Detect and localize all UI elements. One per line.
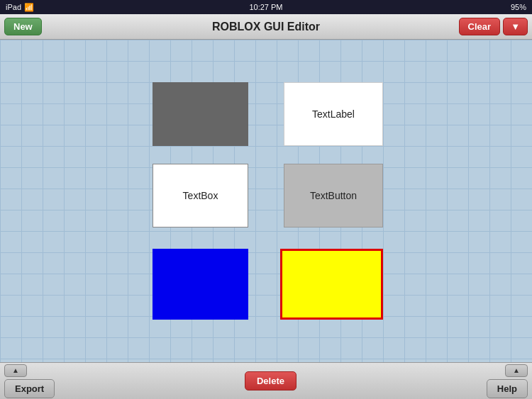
gray-frame[interactable] — [153, 82, 248, 146]
clear-button[interactable]: Clear — [459, 18, 501, 35]
status-left: iPad 📶 — [6, 3, 34, 12]
text-button-element[interactable]: TextButton — [284, 164, 383, 227]
battery-label: 95% — [511, 3, 526, 11]
help-button[interactable]: Help — [487, 379, 528, 398]
top-toolbar: New ROBLOX GUI Editor Clear ▼ — [0, 14, 532, 40]
wifi-icon: 📶 — [24, 3, 34, 12]
export-button[interactable]: Export — [4, 379, 55, 398]
canvas-area: TextLabel TextBox TextButton — [0, 40, 532, 362]
status-right: 95% — [511, 3, 526, 11]
text-button-text: TextButton — [310, 190, 357, 201]
text-box-text: TextBox — [183, 190, 218, 201]
text-box-element[interactable]: TextBox — [153, 164, 248, 227]
bottom-toolbar: ▲ Export Delete ▲ Help — [0, 362, 532, 399]
ipad-label: iPad — [6, 3, 21, 11]
delete-button[interactable]: Delete — [245, 371, 297, 390]
yellow-frame-element[interactable] — [280, 249, 383, 320]
toolbar-right-group: Clear ▼ — [459, 18, 528, 35]
bottom-left-group: ▲ Export — [4, 364, 55, 398]
scroll-up-left-button[interactable]: ▲ — [4, 364, 27, 377]
status-time: 10:27 PM — [249, 3, 282, 11]
status-bar: iPad 📶 10:27 PM 95% — [0, 0, 532, 14]
text-label-text: TextLabel — [312, 108, 355, 120]
app-title: ROBLOX GUI Editor — [212, 21, 320, 33]
scroll-up-right-button[interactable]: ▲ — [505, 364, 528, 377]
new-button[interactable]: New — [4, 18, 42, 35]
blue-frame-element[interactable] — [153, 249, 248, 320]
dropdown-button[interactable]: ▼ — [503, 18, 528, 35]
text-label-element[interactable]: TextLabel — [284, 82, 383, 146]
bottom-right-group: ▲ Help — [487, 364, 528, 398]
